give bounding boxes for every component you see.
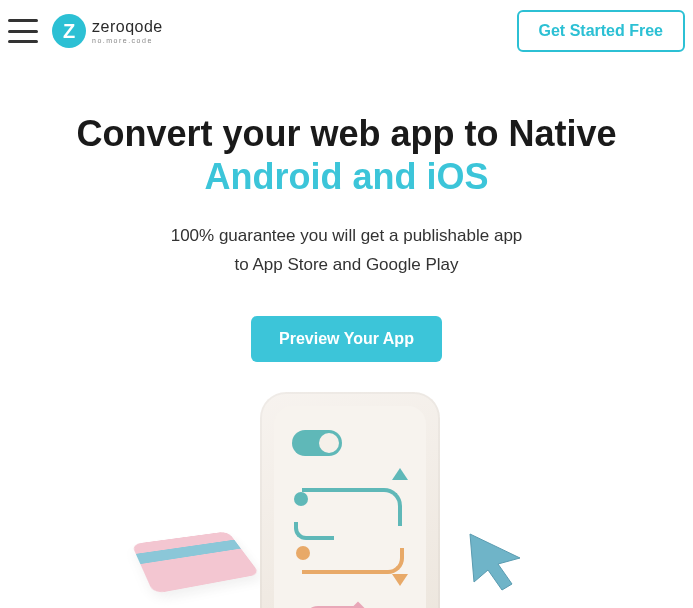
hero-illustration: [0, 392, 693, 608]
preview-app-button[interactable]: Preview Your App: [251, 316, 442, 362]
hero-subtitle-line2: to App Store and Google Play: [0, 251, 693, 280]
phone-mockup-icon: [260, 392, 440, 608]
brand-logo[interactable]: Z zeroqode no.more.code: [52, 14, 163, 48]
brand-tagline: no.more.code: [92, 37, 163, 44]
hero-subtitle-line1: 100% guarantee you will get a publishabl…: [0, 222, 693, 251]
logo-mark-icon: Z: [52, 14, 86, 48]
toggle-icon: [292, 430, 342, 456]
hero-title-line2: Android and iOS: [0, 155, 693, 198]
get-started-button[interactable]: Get Started Free: [517, 10, 685, 52]
credit-card-icon: [131, 531, 260, 594]
brand-name: zeroqode: [92, 19, 163, 35]
hero-title-line1: Convert your web app to Native: [0, 112, 693, 155]
cursor-arrow-icon: [460, 526, 530, 596]
menu-icon[interactable]: [8, 19, 38, 43]
